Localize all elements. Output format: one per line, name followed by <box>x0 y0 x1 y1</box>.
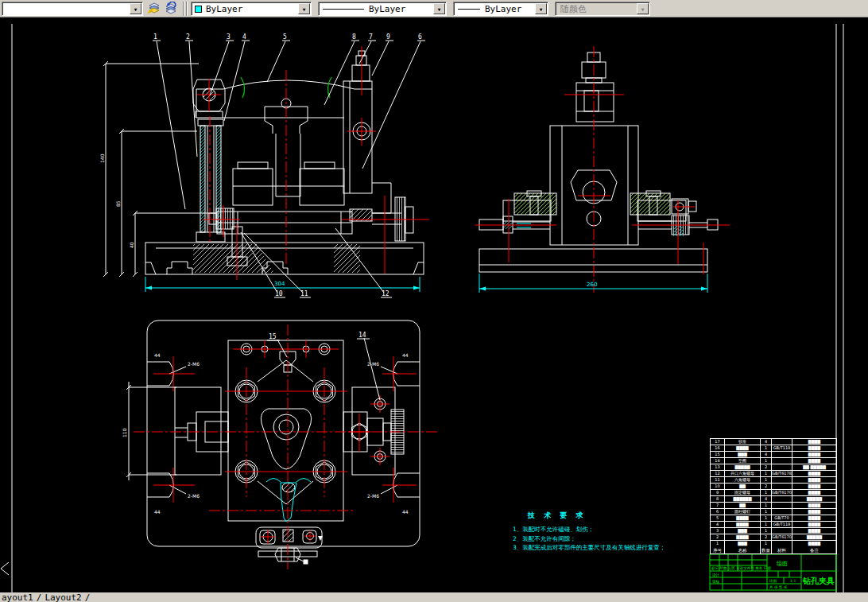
bom-cell-note: ▇▇▇▇ <box>792 484 836 489</box>
svg-text:44: 44 <box>402 509 409 515</box>
bom-row: 12开口六角螺母1GB/T6178▇▇▇▇ <box>711 471 836 477</box>
svg-text:7: 7 <box>369 33 373 41</box>
svg-text:2-M6: 2-M6 <box>367 493 379 499</box>
svg-text:44: 44 <box>154 352 161 358</box>
bom-cell-qty: 4 <box>761 496 772 502</box>
bom-cell-qty: 4 <box>761 452 772 457</box>
svg-text:10: 10 <box>275 290 283 297</box>
side-view: 260 <box>475 46 730 293</box>
layer-previous-button[interactable] <box>164 2 179 16</box>
svg-text:6: 6 <box>418 33 422 41</box>
lineweight-dropdown-arrow[interactable]: ▼ <box>535 3 547 14</box>
bom-cell-std <box>772 528 792 534</box>
tab-divider: ∕ <box>37 592 42 602</box>
bom-cell-std <box>772 541 792 547</box>
bom-row: 14垫圈1▇▇▇▇ <box>711 458 836 464</box>
bom-cell-name: ▇▇▇▇▇ <box>725 464 761 470</box>
bom-cell-no: 6 <box>711 509 725 515</box>
bom-cell-no: 13 <box>711 464 725 470</box>
bom-cell-qty: 4 <box>761 439 772 445</box>
lineweight-control[interactable]: ByLayer ▼ <box>453 2 548 16</box>
bom-table: 17铰座4▇▇▇▇16▇▇▇▇1GB/T119▇▇▇▇15▇▇▇4▇▇▇▇14垫… <box>710 438 837 554</box>
bom-cell-name: ▇▇ <box>725 503 761 508</box>
bom-cell-note: ▇▇▇▇ <box>792 522 836 527</box>
bom-cell-name: 六角螺母 <box>725 477 761 483</box>
bom-cell-note: ▇▇ ▇▇▇▇▇ <box>792 464 836 470</box>
bom-header-row: 序号 名称 数量 材料 备注 <box>711 547 836 554</box>
bom-cell-std <box>772 496 792 502</box>
bom-cell-qty: 1 <box>761 477 772 483</box>
svg-text:260: 260 <box>587 282 597 288</box>
svg-text:审核: 审核 <box>712 580 720 584</box>
bom-row: 7▇▇1▇▇▇▇ <box>711 503 836 509</box>
color-control[interactable]: ByLayer ▼ <box>191 2 312 16</box>
title-block: 组图 钻孔夹具 标记 处数 分区 更改文件号 签名 日期 设计 审核 比例 1:… <box>710 554 836 590</box>
linetype-preview <box>323 9 364 10</box>
linetype-dropdown-arrow[interactable]: ▼ <box>433 3 445 14</box>
tab-layout2[interactable]: Layout2 <box>45 592 81 602</box>
bom-cell-name: ▇▇▇ <box>725 452 761 457</box>
plotstyle-control: 随颜色 ▼ <box>555 2 650 16</box>
bom-cell-qty: 1 <box>761 515 772 521</box>
plotstyle-dropdown-arrow: ▼ <box>637 3 649 14</box>
bom-cell-note: ▇▇▇▇ <box>792 490 836 495</box>
svg-text:5: 5 <box>283 33 287 41</box>
layout-tab-bar: ayout1∕ Layout2∕ <box>0 592 868 602</box>
bom-rows: 17铰座4▇▇▇▇16▇▇▇▇1GB/T119▇▇▇▇15▇▇▇4▇▇▇▇14垫… <box>711 439 836 547</box>
svg-text:2-M6: 2-M6 <box>367 361 379 367</box>
bom-cell-std <box>772 477 792 483</box>
bom-cell-no: 10 <box>711 484 725 489</box>
titleblock-drawing-title: 钻孔夹具 <box>802 577 835 585</box>
bom-cell-qty: 1 <box>761 528 772 534</box>
layer-dropdown[interactable]: ▼ <box>2 2 143 16</box>
layer-dropdown-arrow[interactable]: ▼ <box>130 3 141 14</box>
bom-cell-no: 9 <box>711 490 725 495</box>
bom-cell-name: ▇▇▇ <box>725 541 761 547</box>
front-view: 140 85 40 304 1 2 3 4 5 8 7 9 6 10 11 12 <box>99 33 429 297</box>
bom-cell-no: 7 <box>711 503 725 508</box>
tab-layout1[interactable]: ayout1 <box>2 592 33 602</box>
linetype-control[interactable]: ByLayer ▼ <box>318 2 447 16</box>
ucs-marker <box>1 562 9 575</box>
bom-cell-qty: 1 <box>761 445 772 451</box>
bom-row: 8▇▇▇▇▇▇4▇▇▇▇▇ <box>711 496 836 503</box>
color-dropdown-arrow[interactable]: ▼ <box>298 3 310 14</box>
model-space-canvas[interactable]: 140 85 40 304 1 2 3 4 5 8 7 9 6 10 11 12 <box>0 17 868 592</box>
bom-row: 15▇▇▇4▇▇▇▇ <box>711 452 836 458</box>
bom-row: 13▇▇▇▇▇2▇▇ ▇▇▇▇▇ <box>711 464 836 471</box>
tech-requirements: 技 术 要 求 1、装配时不允许磕碰、划伤； 2、装配不允许有间隙； 3、装配完… <box>513 511 665 551</box>
svg-text:3: 3 <box>227 33 231 41</box>
svg-text:1: 1 <box>153 33 157 41</box>
make-object-layer-current-icon <box>147 2 161 14</box>
svg-text:11: 11 <box>300 290 308 297</box>
bom-row: 1▇▇▇1▇▇▇▇ <box>711 541 836 547</box>
bom-cell-no: 3 <box>711 528 725 534</box>
bom-cell-qty: 1 <box>761 522 772 527</box>
svg-text:12: 12 <box>382 290 389 297</box>
bom-cell-name: 圆柱螺钉 <box>725 509 761 515</box>
bom-row: 4▇▇▇▇1GB/T119▇▇▇▇ <box>711 522 836 528</box>
bom-cell-no: 16 <box>711 445 725 451</box>
bom-cell-no: 15 <box>711 452 725 457</box>
bom-cell-std: GB/T6170 <box>772 490 792 495</box>
bom-cell-no: 17 <box>711 439 725 445</box>
bom-cell-note: ▇▇▇▇ <box>792 477 836 483</box>
bom-row: 11六角螺母1▇▇▇▇ <box>711 477 836 484</box>
svg-text:4: 4 <box>242 33 246 41</box>
layer-previous-icon <box>164 2 177 14</box>
color-swatch <box>195 6 202 13</box>
bom-cell-note: ▇▇▇▇ <box>792 503 836 508</box>
bom-cell-note: ▇▇▇▇ <box>792 439 836 445</box>
make-object-layer-current-button[interactable] <box>147 2 162 16</box>
bom-cell-note: ▇▇▇▇ <box>792 452 836 457</box>
bom-cell-std: GB/T119 <box>772 445 792 451</box>
bom-cell-qty: 2 <box>761 534 772 540</box>
bom-cell-no: 12 <box>711 471 725 476</box>
bom-cell-qty: 1 <box>761 509 772 515</box>
svg-text:110: 110 <box>122 428 127 437</box>
svg-text:共 张 第 张: 共 张 第 张 <box>769 585 788 589</box>
bom-row: 5▇▇▇▇1GB/T70▇▇▇▇ <box>711 515 836 522</box>
bom-cell-std <box>772 464 792 470</box>
svg-text:15: 15 <box>269 333 277 340</box>
bom-cell-std <box>772 452 792 457</box>
